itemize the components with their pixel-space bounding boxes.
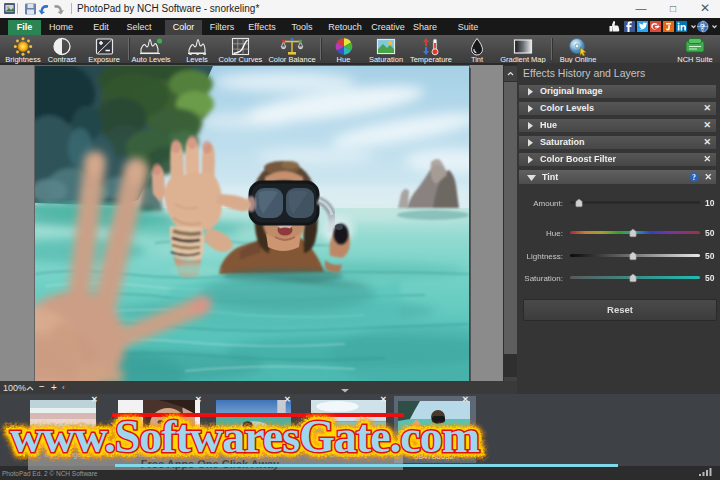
svg-text:www.SoftwaresGate.com: www.SoftwaresGate.com: [10, 411, 480, 462]
svg-text:?: ?: [692, 173, 696, 182]
svg-text:?: ?: [700, 22, 705, 31]
